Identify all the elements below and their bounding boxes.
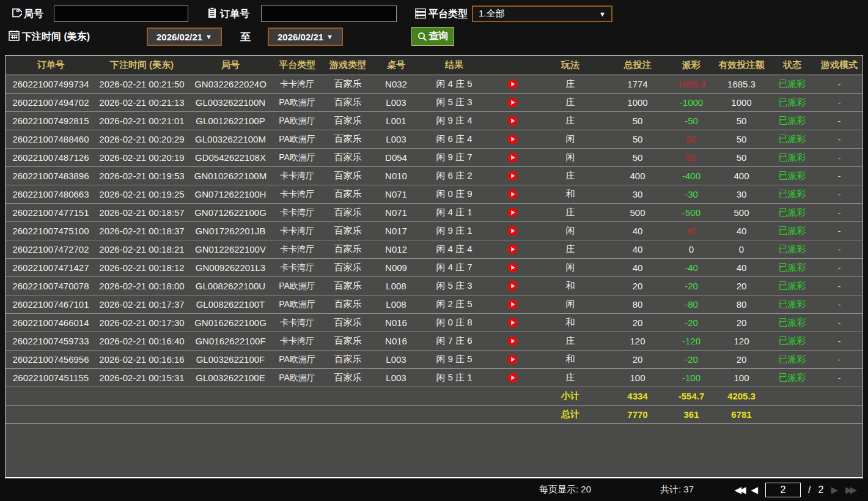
replay-button[interactable] [491,244,534,254]
page-number-input[interactable] [765,483,801,497]
result-cell: 闲 4 庄 4 [417,243,491,255]
col-header-total-bet: 总投注 [607,59,668,71]
game-no-cell: GL0082622100U [188,281,273,291]
date-to-select[interactable]: 2026/02/21 ▼ [268,28,343,46]
payout-cell: -20 [668,354,715,365]
replay-button[interactable] [491,152,534,163]
total-bet-cell: 120 [607,336,668,346]
game-no-cell: GN0712622100H [188,189,273,199]
play-icon [507,171,518,181]
game-no-cell: GL0032622100F [188,354,273,365]
result-cell: 闲 6 庄 4 [417,133,491,145]
order-cell: 260221007470078 [6,281,96,291]
replay-button[interactable] [491,79,534,89]
replay-button[interactable] [491,189,534,199]
replay-button[interactable] [491,299,534,310]
per-page-label: 每页显示: 20 [539,484,591,495]
game-no-input[interactable] [54,6,188,22]
table-row: 2602210074660142026-02-21 00:17:30GN0162… [6,314,862,332]
bet-time-cell: 2026-02-21 00:21:01 [96,116,188,126]
total-bet-cell: 20 [607,354,668,365]
table-row: 2602210074569562026-02-21 00:16:16GL0032… [6,351,862,369]
total-count-label: 共计: 37 [660,484,694,495]
bet-time-cell: 2026-02-21 00:18:37 [96,226,188,236]
play-icon [507,226,518,236]
col-header-payout: 派彩 [668,59,715,71]
calendar-icon [8,29,20,42]
replay-button[interactable] [491,354,534,365]
order-cell: 260221007467101 [6,299,96,310]
total-payout: 361 [668,409,715,420]
status-cell: 已派彩 [768,188,816,200]
total-bet-cell: 100 [607,373,668,383]
payout-cell: -30 [668,189,715,199]
result-cell: 闲 2 庄 5 [417,299,491,310]
order-cell: 260221007471427 [6,262,96,273]
date-from-select[interactable]: 2026/02/21 ▼ [147,28,222,46]
order-no-label: 订单号 [220,8,249,21]
payout-cell: 0 [668,244,715,254]
payout-cell: -20 [668,317,715,328]
replay-button[interactable] [491,317,534,328]
replay-button[interactable] [491,97,534,108]
game-no-cell: GL0032622100E [188,373,273,383]
table-row: 2602210074751002026-02-21 00:18:37GN0172… [6,222,862,240]
first-page-icon[interactable]: ◀◀ [734,482,743,498]
valid-bet-cell: 50 [715,134,768,144]
platform-cell: 卡卡湾厅 [273,336,321,347]
replay-button[interactable] [491,207,534,218]
table-no-cell: L003 [375,97,417,108]
result-cell: 闲 4 庄 1 [417,207,491,218]
replay-button[interactable] [491,336,534,346]
play-type-cell: 庄 [534,170,607,182]
game-no-cell: GN009262201L3 [188,262,273,273]
play-icon [507,317,518,328]
status-cell: 已派彩 [768,299,816,310]
replay-button[interactable] [491,226,534,236]
order-cell: 260221007466014 [6,317,96,328]
order-cell: 260221007475100 [6,226,96,236]
table-row: 2602210074884602026-02-21 00:20:29GL0032… [6,130,862,149]
col-header-status: 状态 [768,59,816,71]
prev-page-icon[interactable]: ◀ [751,482,758,498]
game-type-cell: 百家乐 [321,262,375,273]
payout-cell: -20 [668,281,715,291]
game-mode-cell: - [816,226,862,236]
game-mode-cell: - [816,299,862,310]
replay-button[interactable] [491,373,534,383]
game-type-cell: 百家乐 [321,354,375,365]
order-no-input[interactable] [261,6,397,22]
replay-button[interactable] [491,134,534,144]
valid-bet-cell: 20 [715,281,768,291]
replay-button[interactable] [491,281,534,291]
subtotal-payout: -554.7 [668,391,715,401]
next-page-icon[interactable]: ▶ [831,482,838,498]
status-cell: 已派彩 [768,262,816,273]
valid-bet-cell: 20 [715,317,768,328]
play-icon [507,262,518,273]
play-icon [507,354,518,365]
game-no-cell: GN0102622100M [188,171,273,181]
game-no-cell: GD0542622108X [188,152,273,163]
game-mode-cell: - [816,189,862,199]
replay-button[interactable] [491,116,534,126]
replay-button[interactable] [491,171,534,181]
payout-cell: -500 [668,207,715,218]
result-cell: 闲 4 庄 5 [417,78,491,90]
replay-button[interactable] [491,262,534,273]
play-icon [507,299,518,310]
last-page-icon[interactable]: ▶▶ [845,482,855,498]
total-bet-cell: 50 [607,116,668,126]
play-type-cell: 闲 [534,133,607,145]
game-mode-cell: - [816,354,862,365]
bet-time-cell: 2026-02-21 00:20:29 [96,134,188,144]
play-type-cell: 和 [534,280,607,292]
play-type-cell: 和 [534,354,607,365]
play-type-cell: 庄 [534,372,607,384]
search-button[interactable]: 查询 [411,27,454,46]
table-empty-area [6,424,862,477]
platform-type-label: 平台类型 [428,8,468,21]
game-type-cell: 百家乐 [321,78,375,90]
platform-type-select[interactable]: 1.全部 ▼ [472,6,612,22]
valid-bet-cell: 100 [715,373,768,383]
